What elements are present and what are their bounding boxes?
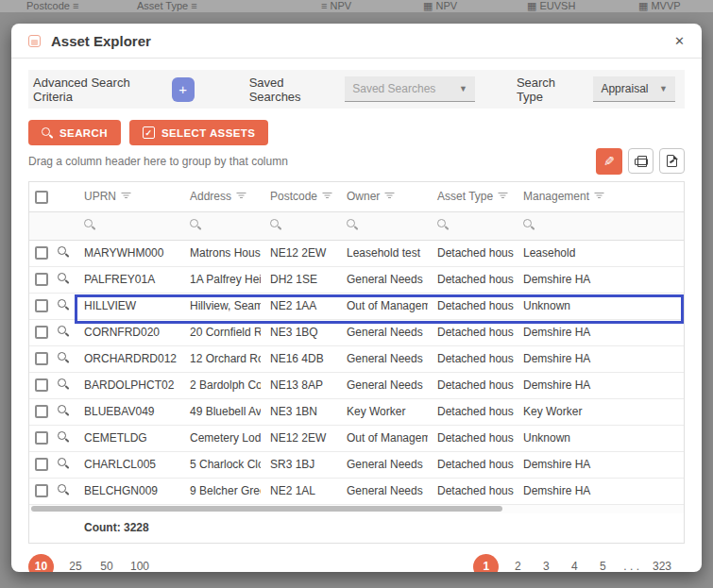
row-preview-magnifier-icon[interactable] bbox=[58, 326, 69, 337]
background-column-header: ▦ EUVSH bbox=[527, 0, 575, 12]
row-preview-magnifier-icon[interactable] bbox=[58, 484, 69, 496]
row-preview-magnifier-icon[interactable] bbox=[58, 352, 69, 363]
page-size-50[interactable]: 50 bbox=[97, 560, 116, 572]
table-row[interactable]: BARDOLPHCT02 2 Bardolph Cottages... NE13… bbox=[29, 372, 684, 398]
drag-group-hint: Drag a column header here to group by th… bbox=[28, 155, 288, 168]
filter-input-owner[interactable] bbox=[337, 211, 428, 240]
filter-icon[interactable] bbox=[384, 192, 395, 199]
row-preview-magnifier-icon[interactable] bbox=[58, 431, 69, 443]
export-button[interactable] bbox=[659, 148, 685, 174]
cell-asset-type: Detached house bbox=[428, 398, 514, 425]
row-checkbox[interactable] bbox=[35, 273, 48, 286]
row-preview-magnifier-icon[interactable] bbox=[58, 378, 69, 390]
row-checkbox[interactable] bbox=[35, 405, 48, 418]
cell-asset-type: Detached house bbox=[428, 240, 514, 266]
saved-searches-select[interactable]: Saved Searches ▼ bbox=[345, 76, 475, 102]
column-header-postcode[interactable]: Postcode bbox=[261, 182, 337, 211]
select-all-checkbox[interactable] bbox=[35, 191, 48, 204]
page-3[interactable]: 3 bbox=[536, 560, 555, 572]
row-checkbox[interactable] bbox=[35, 352, 48, 365]
search-type-select[interactable]: Appraisal ▼ bbox=[593, 76, 675, 102]
filter-icon[interactable] bbox=[121, 192, 131, 199]
table-row[interactable]: CHARLCL005 5 Charlock Close Off... SR3 1… bbox=[29, 451, 684, 478]
row-checkbox[interactable] bbox=[35, 378, 48, 392]
row-preview-magnifier-icon[interactable] bbox=[58, 273, 69, 284]
filter-icon[interactable] bbox=[236, 192, 246, 199]
filter-input-address[interactable] bbox=[180, 211, 261, 240]
table-row[interactable]: PALFREY01A 1A Palfrey Heights C... DH2 1… bbox=[29, 266, 684, 293]
table-row[interactable]: BELCHGN009 9 Belcher Green Sta... NE2 1A… bbox=[29, 478, 684, 504]
table-row[interactable]: MARYWHM000 Matrons House, Mar... NE12 2E… bbox=[29, 240, 684, 266]
close-icon[interactable]: ✕ bbox=[672, 33, 687, 49]
filter-input-postcode[interactable] bbox=[261, 211, 337, 240]
page-selector: 12345. . .323 bbox=[473, 554, 683, 573]
filter-input-asset-type[interactable] bbox=[428, 211, 514, 240]
row-preview-magnifier-icon[interactable] bbox=[58, 458, 69, 469]
horizontal-scrollbar-thumb[interactable] bbox=[31, 506, 502, 512]
table-row[interactable]: BLUEBAV049 49 Bluebell Avenue ... NE3 1B… bbox=[29, 398, 684, 425]
pencil-icon: ✎ bbox=[603, 154, 615, 169]
filter-icon[interactable] bbox=[322, 192, 332, 199]
row-checkbox[interactable] bbox=[35, 458, 48, 471]
column-header-management[interactable]: Management bbox=[514, 182, 684, 211]
grid-tool-icons: ✎ bbox=[596, 148, 685, 175]
row-preview-magnifier-icon[interactable] bbox=[58, 246, 69, 258]
search-button[interactable]: SEARCH bbox=[28, 120, 121, 145]
page-size-25[interactable]: 25 bbox=[66, 560, 85, 572]
column-header-uprn[interactable]: UPRN bbox=[75, 182, 180, 211]
page-323[interactable]: 323 bbox=[651, 560, 673, 572]
action-buttons-row: SEARCH ✓ SELECT ASSETS bbox=[28, 120, 685, 145]
table-row[interactable]: CORNFRD020 20 Cornfield Road S... NE3 1B… bbox=[29, 319, 684, 345]
cell-owner: Out of Management bbox=[337, 293, 428, 319]
cell-management: Unknown bbox=[514, 293, 684, 319]
filter-input-uprn[interactable] bbox=[75, 211, 180, 240]
modal-title: Asset Explorer bbox=[51, 33, 151, 49]
page-size-100[interactable]: 100 bbox=[128, 560, 151, 572]
cell-owner: General Needs bbox=[337, 451, 428, 478]
edit-columns-button[interactable]: ✎ bbox=[596, 148, 622, 175]
table-row[interactable]: HILLVIEW Hillview, Seaman Av... NE2 1AA … bbox=[29, 293, 684, 319]
header-row: UPRN Address Postcode Owner Asset Type M… bbox=[29, 182, 684, 211]
cell-postcode: NE16 4DB bbox=[261, 345, 337, 372]
page-size-10[interactable]: 10 bbox=[28, 554, 54, 573]
select-assets-button[interactable]: ✓ SELECT ASSETS bbox=[129, 120, 268, 145]
page-2[interactable]: 2 bbox=[508, 560, 527, 572]
column-header-owner[interactable]: Owner bbox=[337, 182, 428, 211]
search-icon bbox=[42, 127, 53, 139]
cell-uprn: CEMETLDG bbox=[75, 425, 180, 451]
table-row[interactable]: CEMETLDG Cemetery Lodge, 6 ... NE12 2EW … bbox=[29, 425, 684, 451]
asset-explorer-modal: Asset Explorer ✕ Advanced Search Criteri… bbox=[11, 24, 702, 572]
row-preview-magnifier-icon[interactable] bbox=[58, 299, 69, 311]
page-[interactable]: . . . bbox=[621, 560, 641, 572]
row-preview-magnifier-icon[interactable] bbox=[58, 405, 69, 416]
print-button[interactable] bbox=[628, 148, 654, 174]
add-criteria-button[interactable]: + bbox=[172, 77, 195, 102]
column-header-address[interactable]: Address bbox=[180, 182, 261, 211]
cell-uprn: PALFREY01A bbox=[75, 266, 180, 293]
search-button-label: SEARCH bbox=[59, 127, 108, 139]
cell-address: 5 Charlock Close Off... bbox=[180, 451, 261, 478]
cell-address: 1A Palfrey Heights C... bbox=[180, 266, 261, 293]
row-checkbox[interactable] bbox=[35, 431, 48, 445]
horizontal-scrollbar-track[interactable] bbox=[29, 505, 684, 513]
preview-column-header bbox=[54, 182, 75, 211]
search-icon bbox=[84, 219, 95, 230]
cell-asset-type: Detached house bbox=[428, 372, 514, 398]
cell-uprn: MARYWHM000 bbox=[75, 240, 180, 266]
filter-input-management[interactable] bbox=[514, 211, 684, 240]
cell-asset-type: Detached house bbox=[428, 293, 514, 319]
page-5[interactable]: 5 bbox=[593, 560, 612, 572]
page-4[interactable]: 4 bbox=[565, 560, 584, 572]
cell-management: Demshire HA bbox=[514, 266, 684, 293]
row-checkbox[interactable] bbox=[35, 484, 48, 497]
page-1[interactable]: 1 bbox=[473, 554, 499, 573]
row-count: Count: 3228 bbox=[29, 513, 684, 543]
row-checkbox[interactable] bbox=[35, 246, 48, 260]
cell-uprn: CORNFRD020 bbox=[75, 319, 180, 345]
filter-icon[interactable] bbox=[594, 192, 604, 199]
table-row[interactable]: ORCHARDRD012 12 Orchard Road Wh... NE16 … bbox=[29, 345, 684, 372]
filter-icon[interactable] bbox=[498, 192, 508, 199]
row-checkbox[interactable] bbox=[35, 299, 48, 312]
row-checkbox[interactable] bbox=[35, 326, 48, 339]
column-header-asset-type[interactable]: Asset Type bbox=[428, 182, 514, 211]
